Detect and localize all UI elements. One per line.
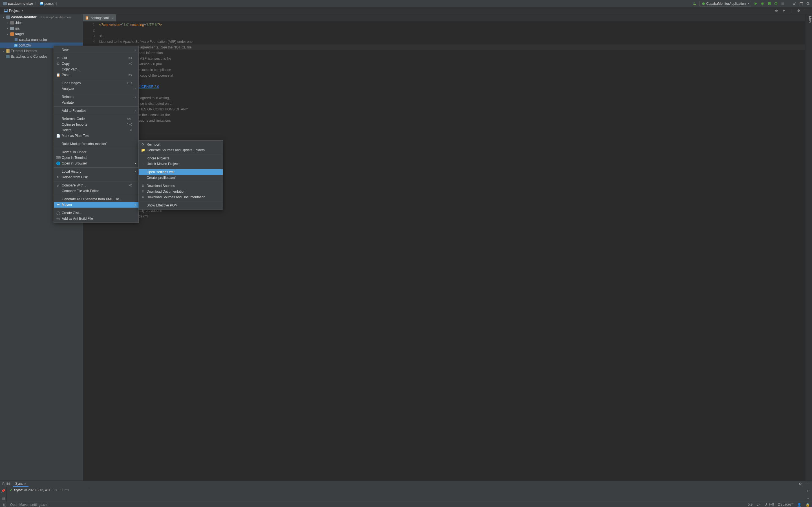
menu-validate[interactable]: Validate [54, 100, 139, 105]
menu-new[interactable]: New [54, 47, 139, 53]
menu-copy[interactable]: ⧉Copy⌘C [54, 61, 139, 66]
gear-icon[interactable]: ⚙ [798, 482, 802, 486]
shortcut: ^⌥O [126, 123, 132, 126]
menu-local-history[interactable]: Local History [54, 169, 139, 174]
build-icon[interactable] [693, 1, 697, 6]
debug-icon[interactable] [760, 1, 765, 6]
menu-optimize-imports[interactable]: Optimize Imports^⌥O [54, 122, 139, 127]
menu-reload-disk[interactable]: ↻Reload from Disk [54, 174, 139, 180]
run-configuration-selector[interactable]: CasabaMonitorApplication [699, 1, 751, 6]
tree-label: Scratches and Consoles [11, 55, 47, 59]
tree-item-iml[interactable]: casaba-monitor.iml [0, 37, 83, 43]
shortcut: ⌘C [129, 62, 132, 66]
build-output-area[interactable]: ↩ ⤓ 🖶 [89, 487, 812, 502]
menu-maven-dl-docs[interactable]: ⬇Download Documentation [139, 189, 223, 194]
file-encoding[interactable]: UTF-8 [764, 503, 774, 507]
locate-icon[interactable]: ⊕ [774, 8, 779, 13]
menu-refactor[interactable]: Refactor [54, 94, 139, 100]
right-tool-stripe[interactable]: Mav [805, 14, 812, 481]
project-root[interactable]: ▾ casaba-monitor ~/Desktop/casaba-mon [0, 14, 83, 20]
breadcrumb-project[interactable]: casaba-monitor [2, 2, 34, 6]
tree-item-idea[interactable]: ▸.idea [0, 20, 83, 25]
menu-create-gist[interactable]: ◯Create Gist... [54, 210, 139, 216]
menu-maven-generate-sources[interactable]: 📁Generate Sources and Update Folders [139, 147, 223, 153]
indent-setting[interactable]: 2 spaces* [778, 503, 793, 507]
menu-analyze[interactable]: Analyze [54, 86, 139, 92]
code-editor[interactable]: 1234567891011121314151617181920212223242… [83, 21, 812, 481]
unlink-icon: − [141, 162, 145, 166]
menu-copy-path[interactable]: Copy Path... [54, 66, 139, 72]
git-icon[interactable] [792, 1, 797, 6]
menu-maven-create-profiles[interactable]: Create 'profiles.xml' [139, 175, 223, 180]
menu-add-to-favorites[interactable]: Add to Favorites [54, 108, 139, 114]
menu-add-ant[interactable]: 🐜Add as Ant Build File [54, 216, 139, 221]
menu-cut[interactable]: ✂Cut⌘X [54, 55, 139, 61]
menu-maven-reimport[interactable]: ⟳Reimport [139, 142, 223, 147]
menu-maven-dl-both[interactable]: ⬇Download Sources and Documentation [139, 194, 223, 200]
spring-icon [702, 2, 705, 5]
hide-icon[interactable]: — [805, 482, 810, 486]
tree-item-target[interactable]: ▸target [0, 31, 83, 37]
soft-wrap-icon[interactable]: ↩ [806, 489, 810, 493]
scroll-end-icon[interactable]: ⤓ [806, 496, 810, 500]
coverage-icon[interactable] [767, 1, 771, 6]
lock-icon[interactable]: 🔒 [805, 503, 810, 507]
menu-label: Ignore Projects [147, 156, 169, 160]
build-tab-sync[interactable]: Sync✕ [13, 481, 29, 487]
pin-icon[interactable]: 📌 [1, 489, 6, 493]
menu-reformat[interactable]: Reformat Code⌥⌘L [54, 116, 139, 122]
menu-find-usages[interactable]: Find Usages⌥F7 [54, 80, 139, 86]
breadcrumb-file[interactable]: pom.xml [39, 2, 58, 6]
menu-label: Analyze [62, 87, 74, 91]
menu-label: Create Gist... [62, 211, 82, 215]
maven-tool-tab[interactable]: Mav [808, 16, 812, 23]
close-icon[interactable]: ✕ [24, 482, 26, 485]
menu-separator [54, 195, 139, 195]
breadcrumb-project-label: casaba-monitor [8, 2, 33, 6]
menu-reveal-finder[interactable]: Reveal in Finder [54, 149, 139, 155]
window-icon[interactable] [799, 1, 804, 6]
menu-delete[interactable]: Delete...⌦ [54, 127, 139, 133]
menu-generate-xsd[interactable]: Generate XSD Schema from XML File... [54, 196, 139, 202]
editor-tab-settings-xml[interactable]: settings.xml ✕ [83, 14, 116, 21]
project-view-selector[interactable]: Project [2, 8, 26, 13]
tab-label: settings.xml [91, 16, 109, 20]
tool-windows-icon[interactable]: ◫ [2, 503, 7, 507]
tree-item-src[interactable]: ▸src [0, 25, 83, 31]
menu-maven-unlink[interactable]: −Unlink Maven Projects [139, 161, 223, 167]
menu-separator [139, 201, 223, 202]
paste-icon: 📋 [56, 73, 60, 77]
breadcrumb-separator: 〉 [34, 1, 39, 6]
menu-build-module[interactable]: Build Module 'casaba-monitor' [54, 141, 139, 147]
menu-maven-ignore[interactable]: Ignore Projects [139, 156, 223, 161]
hide-icon[interactable]: — [804, 8, 808, 13]
search-everywhere-icon[interactable] [806, 1, 810, 6]
menu-compare-with[interactable]: ⇄Compare With...⌘D [54, 182, 139, 188]
profile-icon[interactable] [774, 1, 778, 6]
gear-icon[interactable]: ⚙ [796, 8, 801, 13]
menu-compare-editor[interactable]: Compare File with Editor [54, 188, 139, 194]
run-icon[interactable] [753, 1, 758, 6]
library-icon [6, 49, 10, 53]
caret-position[interactable]: 5:9 [748, 503, 753, 507]
context-menu: New ✂Cut⌘X ⧉Copy⌘C Copy Path... 📋Paste⌘V… [54, 46, 139, 223]
menu-open-terminal[interactable]: ⌨Open in Terminal [54, 155, 139, 161]
menu-label: Create 'profiles.xml' [147, 176, 176, 180]
expand-icon[interactable]: ≑ [781, 8, 786, 13]
line-separator[interactable]: LF [756, 503, 760, 507]
inspection-profile-icon[interactable]: 👤 [797, 503, 801, 507]
menu-open-browser[interactable]: 🌐Open in Browser [54, 161, 139, 166]
code-area[interactable]: <?xml version="1.0" encoding="UTF-8"?><!… [98, 21, 809, 481]
menu-maven[interactable]: Maven [54, 202, 139, 208]
menu-maven-effective-pom[interactable]: Show Effective POM [139, 203, 223, 208]
close-tab-icon[interactable]: ✕ [111, 17, 114, 20]
collapse-icon[interactable]: ｜ [789, 8, 794, 13]
menu-label: Reformat Code [62, 117, 85, 121]
shortcut: ⌘V [129, 73, 132, 77]
menu-paste[interactable]: 📋Paste⌘V [54, 72, 139, 78]
expand-all-icon[interactable]: ▤ [1, 496, 6, 501]
menu-maven-dl-sources[interactable]: ⬇Download Sources [139, 183, 223, 189]
menu-mark-plain-text[interactable]: 📄Mark as Plain Text [54, 133, 139, 138]
build-sync-status[interactable]: ✔ Sync: at 2020/8/12, 4:03 3 s 111 ms [7, 487, 89, 502]
menu-maven-open-settings[interactable]: Open 'settings.xml' [139, 169, 223, 175]
